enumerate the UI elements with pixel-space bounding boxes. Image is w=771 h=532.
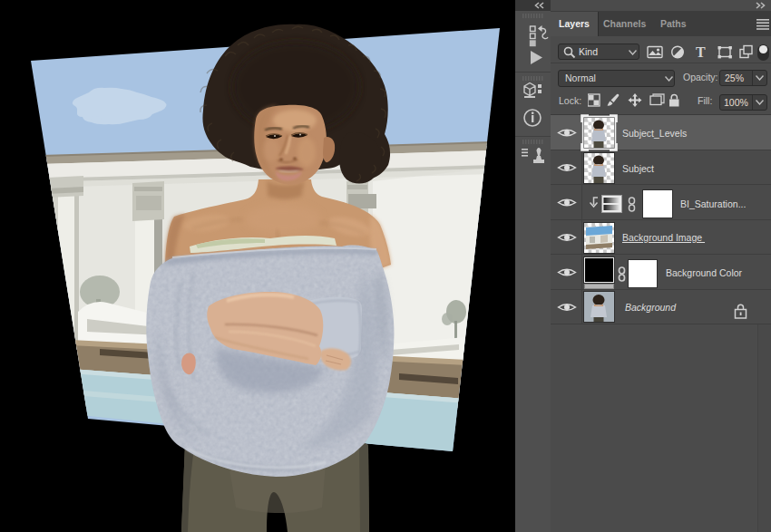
svg-text:T: T — [696, 44, 706, 60]
